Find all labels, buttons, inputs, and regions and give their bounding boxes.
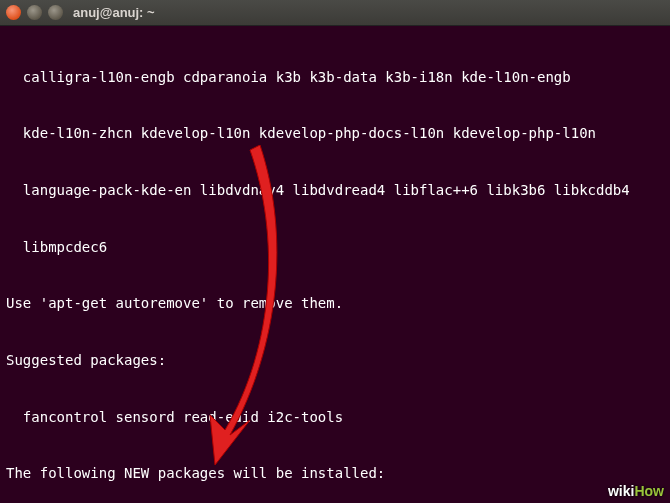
close-icon[interactable] xyxy=(6,5,21,20)
maximize-icon[interactable] xyxy=(48,5,63,20)
output-line: The following NEW packages will be insta… xyxy=(6,464,664,483)
output-line: fancontrol sensord read-edid i2c-tools xyxy=(6,408,664,427)
minimize-icon[interactable] xyxy=(27,5,42,20)
output-line: kde-l10n-zhcn kdevelop-l10n kdevelop-php… xyxy=(6,124,664,143)
watermark: wikiHow xyxy=(608,483,664,499)
output-line: Use 'apt-get autoremove' to remove them. xyxy=(6,294,664,313)
terminal-output[interactable]: calligra-l10n-engb cdparanoia k3b k3b-da… xyxy=(0,26,670,503)
window-title: anuj@anuj: ~ xyxy=(73,5,155,20)
watermark-left: wiki xyxy=(608,483,634,499)
window-titlebar: anuj@anuj: ~ xyxy=(0,0,670,26)
watermark-right: How xyxy=(634,483,664,499)
output-line: libmpcdec6 xyxy=(6,238,664,257)
output-line: Suggested packages: xyxy=(6,351,664,370)
output-line: language-pack-kde-en libdvdnav4 libdvdre… xyxy=(6,181,664,200)
output-line: calligra-l10n-engb cdparanoia k3b k3b-da… xyxy=(6,68,664,87)
